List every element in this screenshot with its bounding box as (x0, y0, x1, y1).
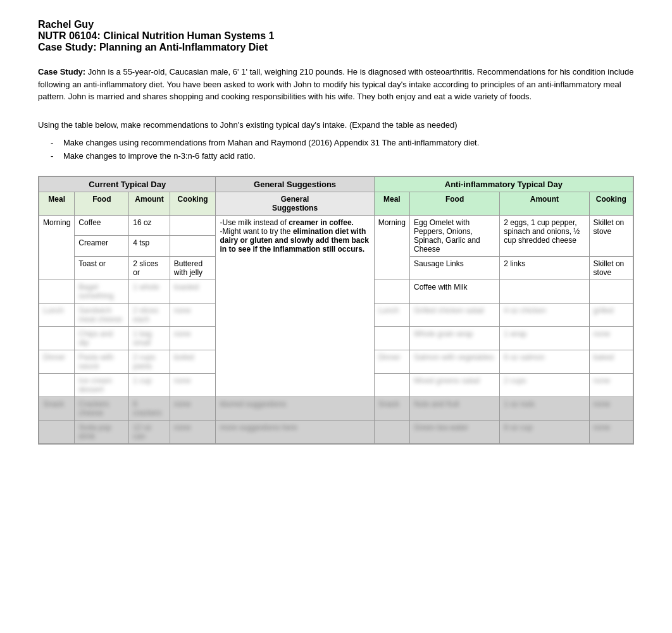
meal-blurred-3: Dinner (39, 350, 75, 373)
amount-coffee-milk (500, 280, 589, 303)
anti-meal-blurred-2 (374, 326, 409, 350)
anti-cooking-blurred-3: baked (589, 350, 633, 373)
anti-meal-blurred-6 (374, 420, 409, 443)
food-blurred-3: Chips and dip (75, 326, 129, 350)
col-cooking-current: Cooking (170, 192, 216, 215)
food-blurred-7: Soda pop drink (75, 420, 129, 443)
food-sausage: Sausage Links (410, 256, 500, 280)
amount-blurred-2: 2 slices each (129, 303, 170, 326)
amount-blurred-7: 12 oz can (129, 420, 170, 443)
anti-meal-blurred-5: Snack (374, 396, 409, 420)
col-meal-current: Meal (39, 192, 75, 215)
current-section-header: Current Typical Day (39, 176, 216, 192)
amount-toast: 2 slices or (129, 256, 170, 280)
author-name: Rachel Guy (38, 19, 634, 30)
anti-meal-blurred-3: Dinner (374, 350, 409, 373)
anti-cooking-blurred-4: none (589, 373, 633, 396)
anti-cooking-blurred-2: none (589, 326, 633, 350)
instructions-main: Using the table below, make recommendati… (38, 119, 634, 132)
bullet-list: Make changes using recommendations from … (38, 137, 634, 163)
anti-meal-blurred-1: Lunch (374, 303, 409, 326)
anti-amount-blurred-4: 2 cups (500, 373, 589, 396)
amount-sausage: 2 links (500, 256, 589, 280)
anti-amount-blurred-2: 1 wrap (500, 326, 589, 350)
cooking-coffee (170, 215, 216, 236)
case-study-block: Case Study: John is a 55-year-old, Cauca… (38, 66, 634, 103)
cooking-blurred-6: none (170, 396, 216, 420)
general-blurred-2: more suggestions here (216, 420, 374, 443)
cooking-blurred-3: none (170, 326, 216, 350)
meal-blurred-5: Snack (39, 396, 75, 420)
food-blurred-5: Ice cream dessert (75, 373, 129, 396)
cooking-blurred-5: none (170, 373, 216, 396)
anti-cooking-blurred-5: none (589, 396, 633, 420)
anti-amount-blurred-5: 1 oz nuts (500, 396, 589, 420)
page-header: Rachel Guy NUTR 06104: Clinical Nutritio… (38, 19, 634, 53)
anti-cooking-blurred-1: grilled (589, 303, 633, 326)
cooking-blurred-4: boiled (170, 350, 216, 373)
anti-food-blurred-1: Grilled chicken salad (410, 303, 500, 326)
col-cooking-anti: Cooking (589, 192, 633, 215)
col-general-suggestions: GeneralSuggestions (216, 192, 374, 215)
amount-coffee: 16 oz (129, 215, 170, 236)
amount-creamer: 4 tsp (129, 236, 170, 257)
amount-blurred-6: 6 crackers (129, 396, 170, 420)
table-row: Snack Crackers cheese 6 crackers none bl… (39, 396, 633, 420)
case-study-text: John is a 55-year-old, Caucasian male, 6… (38, 67, 634, 101)
amount-blurred-4: 2 cups pasta (129, 350, 170, 373)
anti-food-blurred-6: Green tea water (410, 420, 500, 443)
main-table-wrapper: Current Typical Day General Suggestions … (38, 176, 634, 445)
cooking-creamer (170, 236, 216, 257)
food-blurred-6: Crackers cheese (75, 396, 129, 420)
case-study-label: Case Study: (38, 67, 85, 77)
amount-blurred-5: 1 cup (129, 373, 170, 396)
col-food-anti: Food (410, 192, 500, 215)
cooking-blurred-1: toasted (170, 280, 216, 303)
general-section-header: General Suggestions (216, 176, 374, 192)
cooking-coffee-milk (589, 280, 633, 303)
table-row: Morning Coffee 16 oz -Use milk instead o… (39, 215, 633, 236)
general-blurred: blurred suggestions (216, 396, 374, 420)
amount-egg-omelet: 2 eggs, 1 cup pepper, spinach and onions… (500, 215, 589, 256)
food-coffee-milk: Coffee with Milk (410, 280, 500, 303)
anti-food-blurred-2: Whole grain wrap (410, 326, 500, 350)
col-amount-anti: Amount (500, 192, 589, 215)
cooking-blurred-7: none (170, 420, 216, 443)
food-blurred-4: Pasta with sauce (75, 350, 129, 373)
meal-blurred-2 (39, 326, 75, 350)
nutrition-table: Current Typical Day General Suggestions … (39, 176, 633, 444)
anti-amount-blurred-6: 8 oz cup (500, 420, 589, 443)
food-blurred-1: Bagel something (75, 280, 129, 303)
instructions-block: Using the table below, make recommendati… (38, 119, 634, 163)
meal-blurred-6 (39, 420, 75, 443)
anti-amount-blurred-3: 6 oz salmon (500, 350, 589, 373)
cooking-sausage: Skillet on stove (589, 256, 633, 280)
col-food-current: Food (75, 192, 129, 215)
meal-blurred-4 (39, 373, 75, 396)
meal-morning-anti: Morning (374, 215, 409, 280)
col-meal-anti: Meal (374, 192, 409, 215)
cooking-egg-omelet: Skillet on stove (589, 215, 633, 256)
anti-section-header: Anti-inflammatory Typical Day (374, 176, 633, 192)
cooking-blurred-2: none (170, 303, 216, 326)
col-amount-current: Amount (129, 192, 170, 215)
cooking-toast: Buttered with jelly (170, 256, 216, 280)
general-suggestions-cell: -Use milk instead of creamer in coffee. … (216, 215, 374, 396)
meal-blurred-1: Lunch (39, 303, 75, 326)
amount-blurred-3: 1 bag small (129, 326, 170, 350)
food-creamer: Creamer (75, 236, 129, 257)
anti-meal-cont (374, 280, 409, 303)
food-blurred-2: Sandwich meat cheese (75, 303, 129, 326)
meal-morning-cont (39, 280, 75, 303)
meal-morning-current: Morning (39, 215, 75, 280)
food-toast: Toast or (75, 256, 129, 280)
food-egg-omelet: Egg Omelet with Peppers, Onions, Spinach… (410, 215, 500, 256)
anti-cooking-blurred-6: none (589, 420, 633, 443)
amount-blurred-1: 1 whole (129, 280, 170, 303)
bullet-item-1: Make changes using recommendations from … (57, 137, 634, 150)
anti-food-blurred-4: Mixed greens salad (410, 373, 500, 396)
anti-meal-blurred-4 (374, 373, 409, 396)
bullet-item-2: Make changes to improve the n-3:n-6 fatt… (57, 150, 634, 163)
food-coffee: Coffee (75, 215, 129, 236)
page-title: Case Study: Planning an Anti-Inflammator… (38, 42, 634, 53)
